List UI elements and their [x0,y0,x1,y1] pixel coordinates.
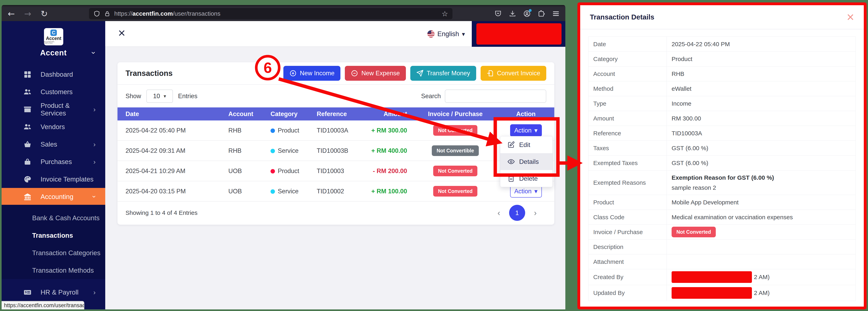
column-header-category[interactable]: Category [271,111,317,118]
column-header-action[interactable]: Action [497,111,554,118]
sidebar-close-icon[interactable]: × [118,27,125,39]
cell-account: RHB [228,147,271,154]
shield-icon[interactable] [93,10,100,17]
detail-row: AccountRHB [588,66,856,81]
action-dropdown-menu: Edit Details Delete [500,136,553,187]
accent-logo-mark: C [51,30,57,36]
sidebar-item-label: HR & Payroll [40,288,79,296]
back-icon[interactable]: ← [6,9,17,19]
pagination-page-1[interactable]: 1 [509,205,525,221]
detail-row: Class CodeMedical examination or vaccina… [588,210,856,225]
menu-icon[interactable] [552,10,560,18]
timestamp-tail: 2 AM) [754,274,770,280]
downloads-icon[interactable] [509,10,516,18]
chevron-right-icon: › [93,288,96,296]
cell-category: Service [271,147,317,154]
workspace-switcher[interactable]: Accent › [2,47,105,59]
transactions-card: Transactions New Income New Expense Tran… [118,62,554,225]
sidebar-item-product-services[interactable]: Product & Services › [2,101,105,118]
action-button[interactable]: Action▾ [510,124,542,137]
sidebar-subitem-bank-cash-accounts[interactable]: Bank & Cash Accounts [2,209,105,227]
sidebar: C Accent ACCOUNTING, SIMPLIFIED Accent ›… [2,21,105,309]
minus-circle-icon [351,70,358,77]
sidebar-subitem-transactions[interactable]: Transactions [2,227,105,244]
menu-item-label: Details [519,158,539,165]
pagination-next-icon[interactable]: › [534,209,537,217]
sidebar-item-vendors[interactable]: Vendors [2,118,105,135]
table-row: 2025-04-22 09:31 AM RHB Service TID10003… [118,141,554,161]
exemption-reason-text: sample reason 2 [672,184,774,191]
cell-reference: TID10003B [317,147,365,154]
sidebar-item-invoice-templates[interactable]: Invoice Templates [2,170,105,188]
new-expense-button[interactable]: New Expense [345,66,406,81]
account-icon[interactable] [523,10,531,18]
lock-icon[interactable] [104,10,111,17]
table-row: 2025-04-21 10:29 AM UOB Product TID10003… [118,161,554,181]
menu-item-label: Edit [519,141,530,149]
column-header-amount[interactable]: Amount [365,111,413,118]
workspace-name: Accent [40,49,67,57]
menu-item-details[interactable]: Details [500,153,553,170]
cell-category: Service [271,188,317,195]
redaction-box [672,287,752,299]
cell-date: 2025-04-22 05:40 PM [126,127,228,134]
reload-icon[interactable]: ↻ [38,9,50,19]
sidebar-item-dashboard[interactable]: Dashboard [2,66,105,83]
pagination-prev-icon[interactable]: ‹ [497,209,500,217]
search-input[interactable] [445,90,546,103]
transaction-details-panel: Transaction Details × Date2025-04-22 05:… [578,2,867,309]
extensions-icon[interactable] [538,10,545,18]
sidebar-item-sales[interactable]: Sales › [2,135,105,153]
column-header-reference[interactable]: Reference [317,111,365,118]
detail-row: Date2025-04-22 05:40 PM [588,37,856,52]
new-income-button[interactable]: New Income [283,66,340,81]
chevron-right-icon: › [93,141,96,148]
detail-row: CategoryProduct [588,52,856,66]
users-icon [23,123,32,131]
sidebar-item-purchases[interactable]: Purchases › [2,153,105,170]
table-row: 2025-04-22 05:40 PM RHB Product TID10003… [118,121,554,141]
convert-invoice-button[interactable]: Convert Invoice [480,66,546,81]
status-badge: Not Converted [433,166,477,176]
status-badge: Not Converted [433,186,477,196]
panel-close-icon[interactable]: × [847,11,854,24]
forward-icon[interactable]: → [22,9,33,19]
column-header-invoice-purchase[interactable]: Invoice / Purchase [413,111,497,118]
timestamp-tail: 2 AM) [754,289,770,297]
subitem-label: Transactions [32,232,73,239]
redaction-box [476,23,561,44]
page-size-select[interactable]: 10 ▾ [146,90,173,103]
column-header-date[interactable]: Date [126,111,228,118]
sidebar-subitem-transaction-methods[interactable]: Transaction Methods [2,261,105,279]
bookmark-star-icon[interactable]: ☆ [442,10,448,18]
menu-item-edit[interactable]: Edit [500,136,553,153]
show-label: Show [126,93,141,100]
chevron-right-icon: › [93,105,96,113]
svg-text:$: $ [25,290,27,294]
sidebar-item-customers[interactable]: Customers [2,83,105,101]
chevron-right-icon: › [93,158,96,166]
us-flag-icon [427,30,435,37]
box-icon [23,105,32,114]
search-label: Search [421,93,441,100]
sidebar-item-label: Invoice Templates [40,176,94,183]
cell-date: 2025-04-22 09:31 AM [126,147,228,154]
transfer-money-button[interactable]: Transfer Money [410,66,476,81]
browser-toolbar: ← → ↻ https://accentfin.com/user/transac… [2,5,565,21]
detail-row: TaxesGST (6.00 %) [588,141,856,156]
language-selector[interactable]: English ▾ [427,21,465,47]
url-bar[interactable]: https://accentfin.com/user/transactions … [89,8,453,19]
sidebar-subitem-transaction-categories[interactable]: Transaction Categories [2,244,105,261]
detail-row: ProductMobile App Development [588,195,856,210]
status-badge: Not Converted [672,227,716,237]
sidebar-item-hr-payroll[interactable]: $ HR & Payroll › [2,283,105,301]
menu-item-delete[interactable]: Delete [500,170,553,187]
category-dot [271,169,275,174]
users-icon [23,88,32,96]
edit-icon [507,141,515,148]
bag-icon [23,158,32,166]
cell-reference: TID10003 [317,167,365,175]
sidebar-item-accounting[interactable]: Accounting › [2,188,105,206]
column-header-account[interactable]: Account [228,111,271,118]
pocket-icon[interactable] [494,10,502,18]
